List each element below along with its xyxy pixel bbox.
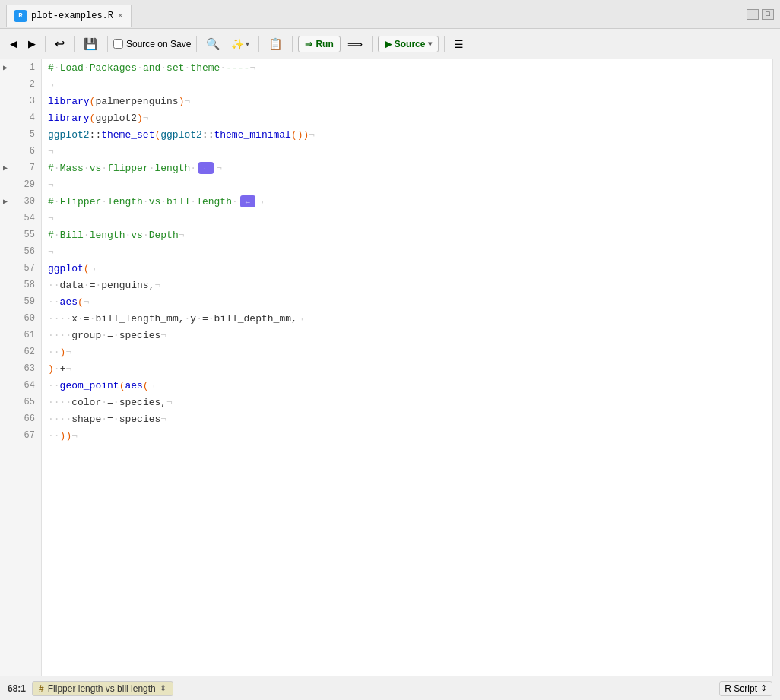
code-line-65: ····color·=·species,¬ [48,394,772,410]
fold-arrow-1[interactable]: ▶ [3,63,8,72]
code-line-29: ¬ [48,176,772,193]
tab-close-button[interactable]: × [118,11,123,21]
fold-badge-30[interactable]: ← [240,195,255,207]
line-number-29: 29 [0,176,41,193]
code-line-2: ¬ [48,76,772,93]
line-number-6: 6 [0,143,41,160]
r-script-arrow-icon: ⇕ [760,683,767,693]
line-number-3: 3 [0,93,41,109]
r-script-badge[interactable]: R Script ⇕ [719,681,772,696]
code-line-4: library(ggplot2)¬ [48,109,772,126]
status-right: R Script ⇕ [719,681,772,696]
open-button[interactable]: ↩ [51,34,68,53]
cursor-position: 68:1 [8,683,26,694]
back-button[interactable]: ◀ [6,36,21,52]
line-number-54: 54 [0,210,41,226]
run-label: Run [315,39,333,49]
line-number-65: 65 [0,394,41,410]
search-button[interactable]: 🔍 [202,35,224,53]
source-on-save-label: Source on Save [126,39,191,49]
tab-filename: plot-examples.R [31,11,113,21]
section-hash-icon: # [39,683,44,694]
toolbar-separator-1 [45,36,46,52]
wand-dropdown-arrow: ▾ [246,40,249,48]
code-line-63: )·+¬ [48,360,772,377]
line-number-1: ▶ 1 [0,59,41,76]
code-line-30: #·Flipper·length·vs·bill·length·←¬ [48,193,772,210]
run-arrow-icon: ⇒ [305,39,312,49]
line-number-61: 61 [0,327,41,344]
save-button[interactable]: 💾 [80,35,102,53]
section-label: Flipper length vs bill length [48,683,156,694]
maximize-button[interactable]: □ [762,9,774,20]
section-indicator[interactable]: # Flipper length vs bill length ⇕ [32,681,173,696]
minimize-button[interactable]: — [747,9,759,20]
line-number-63: 63 [0,360,41,377]
line-number-64: 64 [0,377,41,394]
line-number-55: 55 [0,226,41,243]
r-file-icon: R [14,10,27,22]
code-line-56: ¬ [48,243,772,260]
code-line-54: ¬ [48,210,772,226]
line-number-67: 67 [0,427,41,444]
line-number-57: 57 [0,260,41,277]
code-line-62: ··)¬ [48,344,772,360]
toolbar: ◀ ▶ ↩ 💾 Source on Save 🔍 ✨ ▾ 📋 ⇒ Run ⟹ ▶… [0,29,780,59]
line-numbers: ▶ 1 2 3 4 5 6 ▶ 7 29 ▶ 30 54 55 56 57 [0,59,42,676]
source-on-save-input[interactable] [113,39,123,49]
source-label: Source [395,39,426,49]
code-line-59: ··aes(¬ [48,293,772,310]
fold-badge-7[interactable]: ← [198,162,214,174]
fold-arrow-30[interactable]: ▶ [3,197,8,206]
run-button[interactable]: ⇒ Run [298,36,340,52]
toolbar-separator-6 [292,36,293,52]
source-arrow-icon: ▶ [385,39,392,49]
wand-icon: ✨ [231,38,244,50]
section-arrow-icon: ⇕ [160,683,166,693]
line-number-58: 58 [0,277,41,293]
editor-tab[interactable]: R plot-examples.R × [6,5,132,27]
status-bar: 68:1 # Flipper length vs bill length ⇕ R… [0,676,780,700]
code-line-67: ··))¬ [48,427,772,444]
title-bar: R plot-examples.R × — □ [0,0,780,29]
code-line-57: ggplot(¬ [48,260,772,277]
line-number-59: 59 [0,293,41,310]
code-editor: ▶ 1 2 3 4 5 6 ▶ 7 29 ▶ 30 54 55 56 57 [0,59,780,676]
code-line-1: #·Load·Packages·and·set·theme·----¬ [48,59,772,76]
menu-button[interactable]: ☰ [450,36,468,52]
code-line-66: ····shape·=·species¬ [48,410,772,427]
wand-button[interactable]: ✨ ▾ [227,36,253,52]
toolbar-separator-5 [258,36,259,52]
code-line-64: ··geom_point(aes(¬ [48,377,772,394]
toolbar-separator-2 [74,36,75,52]
r-script-label: R Script [725,683,757,694]
fold-arrow-7[interactable]: ▶ [3,163,8,173]
code-line-55: #·Bill·length·vs·Depth¬ [48,226,772,243]
window-controls: — □ [747,9,774,20]
code-line-61: ····group·=·species¬ [48,327,772,344]
code-line-7: #·Mass·vs·flipper·length·←¬ [48,160,772,176]
source-button[interactable]: ▶ Source ▾ [378,36,439,52]
code-line-58: ··data·=·penguins,¬ [48,277,772,293]
code-content[interactable]: #·Load·Packages·and·set·theme·----¬ ¬ li… [42,59,772,676]
scrollbar[interactable] [772,59,780,676]
line-number-2: 2 [0,76,41,93]
line-number-60: 60 [0,310,41,327]
line-number-5: 5 [0,126,41,143]
toolbar-separator-3 [107,36,108,52]
code-line-6: ¬ [48,143,772,160]
line-number-56: 56 [0,243,41,260]
format-button[interactable]: 📋 [265,35,287,53]
line-number-66: 66 [0,410,41,427]
line-number-30: ▶ 30 [0,193,41,210]
toolbar-separator-7 [372,36,373,52]
code-line-5: ggplot2::theme_set(ggplot2::theme_minima… [48,126,772,143]
jump-button[interactable]: ⟹ [344,36,366,52]
source-on-save-checkbox[interactable]: Source on Save [113,39,191,49]
toolbar-separator-4 [196,36,197,52]
forward-button[interactable]: ▶ [24,36,40,52]
line-number-7: ▶ 7 [0,160,41,176]
line-number-62: 62 [0,344,41,360]
code-line-60: ····x·=·bill_length_mm,·y·=·bill_depth_m… [48,310,772,327]
code-line-3: library(palmerpenguins)¬ [48,93,772,109]
